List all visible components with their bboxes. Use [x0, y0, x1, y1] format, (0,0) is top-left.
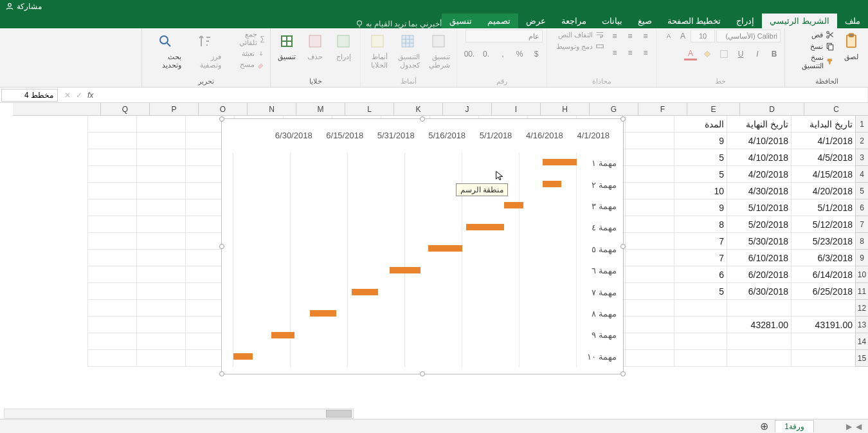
- cell[interactable]: [136, 266, 185, 283]
- font-name-select[interactable]: [716, 30, 781, 42]
- grow-font-icon[interactable]: A: [676, 30, 689, 42]
- font-size-select[interactable]: [691, 30, 715, 42]
- cell[interactable]: [791, 333, 855, 350]
- cell[interactable]: [136, 317, 185, 333]
- col-header-I[interactable]: I: [491, 103, 540, 115]
- wrap-text-button[interactable]: التفاف النص: [555, 30, 606, 40]
- cell[interactable]: [136, 133, 185, 149]
- format-as-table-button[interactable]: التنسيق كجدول: [393, 30, 422, 71]
- col-header-M[interactable]: M: [296, 103, 345, 115]
- format-cells-button[interactable]: تنسيق: [274, 30, 300, 62]
- cell[interactable]: [625, 317, 674, 333]
- gantt-bar[interactable]: [310, 310, 337, 317]
- row-header-11[interactable]: 11: [855, 283, 868, 300]
- accept-formula-icon[interactable]: ✓: [76, 91, 82, 100]
- chart-handle-nw[interactable]: [219, 116, 224, 122]
- row-header-5[interactable]: 5: [855, 183, 868, 199]
- cell[interactable]: [87, 317, 136, 333]
- align-middle-icon[interactable]: ≡: [624, 30, 637, 42]
- chart-handle-s[interactable]: [420, 371, 425, 376]
- cell[interactable]: [625, 116, 674, 133]
- chart-handle-n[interactable]: [420, 116, 425, 122]
- cell[interactable]: [625, 350, 674, 367]
- increase-decimal-button[interactable]: .0: [480, 48, 493, 60]
- fx-label[interactable]: fx: [87, 91, 93, 100]
- cell[interactable]: [625, 216, 674, 233]
- cell[interactable]: 5/23/2018: [791, 233, 855, 250]
- cell[interactable]: [674, 350, 727, 367]
- cell[interactable]: [625, 233, 674, 250]
- underline-button[interactable]: U: [734, 48, 747, 60]
- chart-handle-e[interactable]: [620, 244, 626, 249]
- cell[interactable]: 4/30/2018: [727, 183, 791, 199]
- fill-button[interactable]: تعبئة: [226, 49, 266, 59]
- cell[interactable]: [136, 199, 185, 216]
- cell[interactable]: 6/3/2018: [791, 250, 855, 266]
- row-header-1[interactable]: 1: [855, 116, 868, 133]
- row-header-14[interactable]: 14: [855, 333, 868, 350]
- col-header-D[interactable]: D: [739, 103, 804, 115]
- cell[interactable]: [136, 350, 185, 367]
- sort-filter-button[interactable]: فرز وتصفية: [186, 30, 223, 71]
- tab-pagelayout[interactable]: تخطيط الصفحة: [660, 14, 729, 28]
- row-header-15[interactable]: 15: [855, 350, 868, 367]
- cell[interactable]: [136, 283, 185, 300]
- tab-data[interactable]: بيانات: [594, 14, 630, 28]
- cell[interactable]: [136, 300, 185, 317]
- cell[interactable]: [136, 250, 185, 266]
- cell[interactable]: [625, 266, 674, 283]
- conditional-format-button[interactable]: تنسيق شرطي: [425, 30, 453, 71]
- tab-chart-design[interactable]: تصميم: [480, 14, 518, 28]
- chart-handle-se[interactable]: [620, 371, 626, 376]
- sheet-prev-icon[interactable]: ◀: [856, 422, 862, 431]
- cell[interactable]: 5: [674, 166, 727, 183]
- col-header-C[interactable]: C: [804, 103, 868, 115]
- row-header-4[interactable]: 4: [855, 166, 868, 183]
- paste-button[interactable]: لصق: [838, 30, 864, 62]
- decrease-decimal-button[interactable]: .00: [463, 48, 476, 60]
- cell[interactable]: 5/12/2018: [791, 216, 855, 233]
- col-header-F[interactable]: F: [638, 103, 687, 115]
- find-select-button[interactable]: بحث وتحديد: [146, 30, 184, 71]
- autosum-button[interactable]: ∑جمع تلقائي: [226, 30, 266, 48]
- col-header-N[interactable]: N: [247, 103, 296, 115]
- col-header-L[interactable]: L: [345, 103, 393, 115]
- cell[interactable]: 4/5/2018: [791, 149, 855, 166]
- sheet-nav[interactable]: ◀ ▶: [840, 422, 868, 431]
- sheet-next-icon[interactable]: ▶: [846, 422, 852, 431]
- cell[interactable]: [727, 300, 791, 317]
- cell[interactable]: تاريخ البداية: [791, 116, 855, 133]
- tab-formulas[interactable]: صيغ: [630, 14, 660, 28]
- cell[interactable]: 6/30/2018: [727, 283, 791, 300]
- cell[interactable]: 8: [674, 216, 727, 233]
- cell[interactable]: [87, 266, 136, 283]
- cell[interactable]: 5/10/2018: [727, 199, 791, 216]
- comma-button[interactable]: ,: [496, 48, 509, 60]
- number-format-select[interactable]: [466, 30, 543, 42]
- cell[interactable]: 6/20/2018: [727, 266, 791, 283]
- gantt-bar[interactable]: [352, 289, 379, 295]
- tab-home[interactable]: الشريط الرئيسي: [762, 14, 837, 28]
- row-header-9[interactable]: 9: [855, 250, 868, 266]
- cell[interactable]: [87, 216, 136, 233]
- cell[interactable]: [136, 216, 185, 233]
- font-color-button[interactable]: A: [684, 48, 697, 60]
- cell[interactable]: 5/20/2018: [727, 216, 791, 233]
- row-header-3[interactable]: 3: [855, 149, 868, 166]
- cell[interactable]: 7: [674, 250, 727, 266]
- cell[interactable]: [87, 116, 136, 133]
- cell[interactable]: 4/20/2018: [791, 183, 855, 199]
- cell[interactable]: [136, 183, 185, 199]
- clear-button[interactable]: مسح: [226, 60, 266, 69]
- embedded-chart[interactable]: 4/1/20184/16/20185/1/20185/16/20185/31/2…: [221, 118, 624, 374]
- cell[interactable]: [136, 116, 185, 133]
- chart-plot-area[interactable]: 4/1/20184/16/20185/1/20185/16/20185/31/2…: [228, 131, 617, 367]
- align-top-icon[interactable]: ≡: [639, 30, 652, 42]
- cell[interactable]: 4/10/2018: [727, 149, 791, 166]
- cell[interactable]: 4/10/2018: [727, 133, 791, 149]
- percent-button[interactable]: %: [513, 48, 526, 60]
- col-header-J[interactable]: J: [442, 103, 491, 115]
- cell[interactable]: 9: [674, 199, 727, 216]
- cell[interactable]: 6/14/2018: [791, 266, 855, 283]
- col-header-G[interactable]: G: [589, 103, 638, 115]
